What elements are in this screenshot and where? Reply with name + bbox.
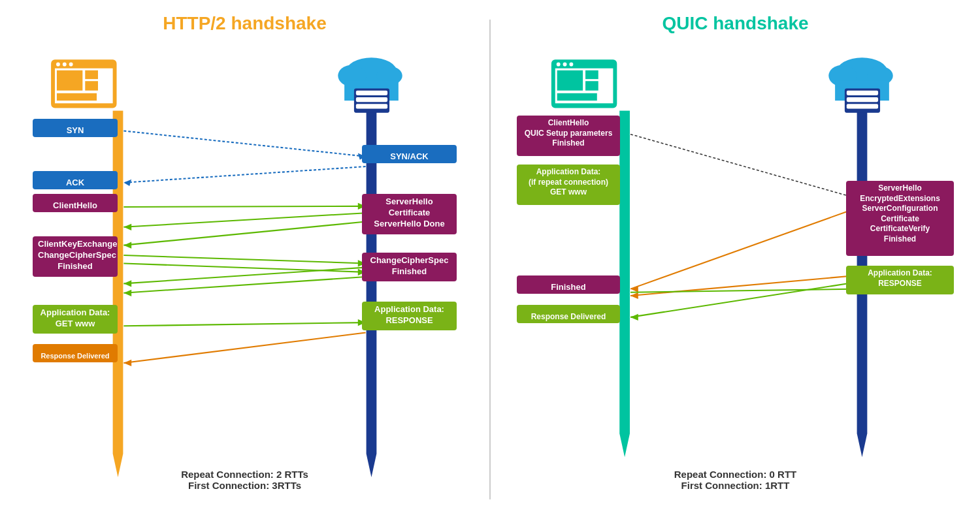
svg-rect-44	[619, 111, 630, 434]
svg-marker-37	[123, 280, 131, 287]
quic-bottom: Repeat Connection: 0 RTT First Connectio…	[504, 469, 967, 491]
svg-rect-19	[356, 97, 387, 102]
svg-rect-6	[57, 71, 82, 91]
svg-line-70	[630, 289, 857, 292]
svg-rect-63	[847, 97, 878, 102]
svg-point-13	[346, 57, 397, 87]
svg-line-36	[123, 268, 365, 284]
svg-point-57	[836, 57, 888, 87]
http2-section: HTTP/2 handshake	[0, 0, 489, 519]
http2-syn: SYN	[33, 119, 118, 137]
http2-rtt2: First Connection: 3RTTs	[188, 480, 301, 491]
svg-line-24	[123, 166, 365, 183]
svg-line-28	[123, 213, 365, 227]
svg-line-32	[123, 255, 365, 263]
svg-rect-50	[557, 71, 583, 91]
svg-rect-48	[552, 60, 616, 107]
http2-title: HTTP/2 handshake	[13, 13, 476, 34]
quic-appdata-get: Application Data:(if repeat connection)G…	[517, 165, 620, 205]
svg-line-40	[123, 322, 365, 326]
svg-point-12	[69, 62, 73, 66]
http2-appdata-get: Application Data:GET www	[33, 305, 118, 334]
svg-marker-67	[630, 285, 638, 292]
quic-diagram: ClientHelloQUIC Setup parametersFinished…	[504, 54, 967, 497]
svg-marker-43	[123, 360, 131, 366]
svg-line-38	[123, 277, 365, 293]
svg-point-10	[56, 62, 60, 66]
svg-point-54	[557, 62, 561, 66]
http2-serverhello: ServerHelloCertificateServerHello Done	[362, 194, 457, 234]
main-container: HTTP/2 handshake	[0, 0, 980, 519]
svg-point-11	[63, 62, 67, 66]
quic-response-del: Response Delivered	[517, 305, 620, 323]
svg-rect-53	[557, 93, 597, 101]
quic-appdata-resp: Application Data:RESPONSE	[846, 266, 954, 294]
svg-line-72	[630, 282, 857, 317]
quic-finished: Finished	[517, 275, 620, 294]
svg-point-55	[563, 62, 567, 66]
quic-serverhello: ServerHelloEncryptedExtensionsServerConf…	[846, 181, 954, 256]
quic-rtt2: First Connection: 1RTT	[681, 480, 790, 491]
svg-point-15	[376, 67, 402, 86]
svg-rect-52	[585, 81, 598, 90]
svg-marker-29	[123, 224, 131, 230]
svg-rect-61	[845, 89, 880, 113]
svg-line-30	[123, 222, 365, 245]
svg-marker-31	[123, 242, 131, 248]
svg-rect-8	[85, 81, 98, 90]
svg-rect-20	[356, 104, 387, 108]
svg-rect-7	[85, 71, 98, 79]
svg-rect-5	[55, 69, 113, 104]
http2-clientkey: ClientKeyExchangeChangeCipherSpecFinishe…	[33, 236, 118, 277]
svg-rect-64	[847, 104, 878, 108]
svg-point-58	[828, 65, 857, 87]
http2-diagram: SYN ACK ClientHello ClientKeyExchangeCha…	[13, 54, 476, 497]
quic-section: QUIC handshake	[491, 0, 980, 519]
svg-rect-62	[847, 91, 878, 95]
svg-line-66	[630, 208, 857, 289]
quic-clienthello: ClientHelloQUIC Setup parametersFinished	[517, 116, 620, 156]
svg-line-26	[123, 206, 365, 207]
svg-line-22	[123, 131, 365, 156]
http2-changecipherspec: ChangeCipherSpecFinished	[362, 253, 457, 281]
http2-appdata-resp: Application Data:RESPONSE	[362, 302, 457, 330]
svg-marker-45	[619, 433, 630, 457]
svg-rect-0	[113, 111, 123, 454]
http2-clienthello: ClientHello	[33, 194, 118, 212]
svg-rect-16	[344, 80, 399, 101]
svg-rect-4	[52, 60, 116, 107]
svg-marker-69	[630, 292, 638, 299]
http2-bottom: Repeat Connection: 2 RTTs First Connecti…	[13, 469, 476, 491]
http2-ack: ACK	[33, 171, 118, 189]
svg-rect-17	[354, 89, 389, 113]
svg-marker-25	[123, 180, 131, 186]
svg-rect-9	[57, 93, 97, 101]
svg-marker-73	[630, 314, 638, 321]
quic-rtt1: Repeat Connection: 0 RTT	[674, 469, 797, 480]
svg-rect-49	[555, 69, 613, 104]
http2-rtt1: Repeat Connection: 2 RTTs	[181, 469, 308, 480]
svg-point-14	[338, 65, 366, 87]
svg-point-59	[867, 67, 892, 86]
svg-marker-47	[857, 433, 868, 457]
svg-rect-18	[356, 91, 387, 95]
svg-point-56	[569, 62, 573, 66]
svg-line-34	[123, 263, 365, 272]
svg-line-42	[123, 333, 365, 363]
svg-rect-60	[835, 80, 889, 101]
quic-title: QUIC handshake	[504, 13, 967, 34]
http2-response-del: Response Delivered	[33, 344, 118, 362]
svg-rect-51	[585, 71, 598, 79]
http2-synack: SYN/ACK	[362, 145, 457, 163]
svg-line-68	[630, 275, 857, 296]
svg-line-65	[630, 134, 857, 198]
svg-marker-39	[123, 290, 131, 296]
